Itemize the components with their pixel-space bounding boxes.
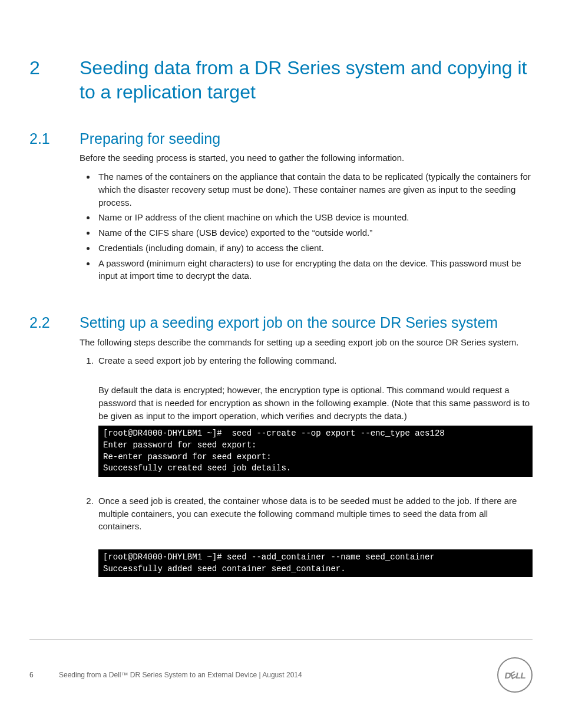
dell-logo-icon: DELL <box>497 657 533 693</box>
page-content: 2 Seeding data from a DR Series system a… <box>29 56 533 728</box>
heading-2-2-title: Setting up a seeding export job on the s… <box>80 313 533 332</box>
ordered-steps: Create a seed export job by entering the… <box>80 354 533 577</box>
step-paragraph: By default the data is encrypted; howeve… <box>98 384 533 422</box>
step-item: Create a seed export job by entering the… <box>96 354 533 476</box>
heading-1: 2 Seeding data from a DR Series system a… <box>29 56 533 104</box>
list-item: Name or IP address of the client machine… <box>96 211 533 224</box>
footer-title: Seeding from a Dell™ DR Series System to… <box>59 671 302 679</box>
list-item: A password (minimum eight characters) to… <box>96 257 533 283</box>
terminal-block: [root@DR4000-DHYLBM1 ~]# seed --add_cont… <box>98 549 533 577</box>
page-footer: 6 Seeding from a Dell™ DR Series System … <box>29 639 533 693</box>
heading-2-2-number: 2.2 <box>29 313 80 332</box>
footer-left: 6 Seeding from a Dell™ DR Series System … <box>29 671 302 679</box>
step-lead: Once a seed job is created, the containe… <box>98 496 517 532</box>
section-2-1-body: Before the seeding process is started, y… <box>80 151 533 282</box>
list-item: The names of the containers on the appli… <box>96 170 533 209</box>
heading-1-title: Seeding data from a DR Series system and… <box>80 56 533 104</box>
heading-2-1: 2.1 Preparing for seeding <box>29 129 533 149</box>
page-number: 6 <box>29 671 59 679</box>
terminal-block: [root@DR4000-DHYLBM1 ~]# seed --create -… <box>98 426 533 476</box>
intro-paragraph: The following steps describe the command… <box>80 336 533 349</box>
step-lead: Create a seed export job by entering the… <box>98 355 336 365</box>
bullet-list: The names of the containers on the appli… <box>80 170 533 282</box>
intro-paragraph: Before the seeding process is started, y… <box>80 151 533 164</box>
list-item: Credentials (including domain, if any) t… <box>96 242 533 255</box>
list-item: Name of the CIFS share (USB device) expo… <box>96 226 533 239</box>
step-item: Once a seed job is created, the containe… <box>96 495 533 577</box>
heading-2-1-title: Preparing for seeding <box>80 129 533 149</box>
heading-2-2: 2.2 Setting up a seeding export job on t… <box>29 313 533 332</box>
section-2-2-body: The following steps describe the command… <box>80 336 533 578</box>
heading-1-number: 2 <box>29 56 80 80</box>
heading-2-1-number: 2.1 <box>29 129 80 149</box>
